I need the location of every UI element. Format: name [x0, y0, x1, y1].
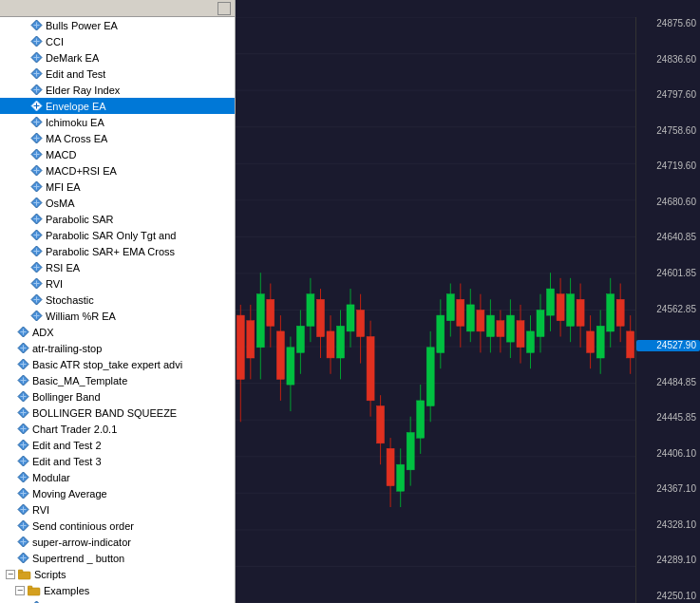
chart-area[interactable]: 24875.6024836.6024797.6024758.6024719.60… — [236, 17, 700, 603]
icon-examples — [27, 583, 42, 598]
label-rsi-ea: RSI EA — [46, 262, 80, 273]
icon-mfi-ea — [28, 179, 44, 195]
svg-rect-171 — [457, 299, 464, 326]
nav-item-modular[interactable]: Modular — [0, 469, 235, 485]
svg-rect-145 — [327, 331, 334, 358]
icon-supertrend — [15, 551, 30, 566]
nav-item-macd[interactable]: MACD — [0, 146, 235, 162]
price-label: 24406.10 — [636, 449, 700, 459]
svg-rect-139 — [296, 326, 304, 352]
nav-item-elder-ray[interactable]: Elder Ray Index — [0, 82, 235, 98]
nav-item-send-continuous[interactable]: Send continious order — [0, 518, 235, 534]
label-parabolic-sar: Parabolic SAR — [46, 214, 114, 225]
icon-parabolic-sar-ema — [28, 244, 44, 259]
svg-rect-183 — [517, 321, 524, 348]
nav-item-mfi-ea[interactable]: MFI EA — [0, 179, 235, 195]
label-osma: OsMA — [46, 198, 75, 209]
price-label: 24250.10 — [636, 592, 700, 601]
chart-svg — [236, 17, 635, 603]
label-rvi: RVI — [46, 278, 63, 290]
label-edit-test-2: Edit and Test 2 — [32, 440, 102, 451]
nav-item-scripts[interactable]: −Scripts — [0, 566, 235, 582]
price-label: 24758.60 — [636, 126, 700, 136]
svg-rect-163 — [417, 401, 425, 438]
label-examples: Examples — [44, 585, 89, 596]
svg-rect-129 — [247, 321, 255, 358]
label-demark-ea: DeMark EA — [46, 52, 99, 64]
nav-item-adx[interactable]: ADX — [0, 324, 235, 340]
nav-item-examples[interactable]: −Examples — [0, 582, 235, 598]
icon-parabolic-sar — [28, 212, 44, 227]
svg-rect-193 — [567, 294, 575, 327]
icon-rvi2 — [15, 502, 30, 518]
nav-item-super-arrow[interactable]: super-arrow-indicator — [0, 534, 235, 550]
nav-item-osma[interactable]: OsMA — [0, 195, 235, 211]
label-chart-trader: Chart Trader 2.0.1 — [32, 424, 117, 435]
label-edit-and-test: Edit and Test — [46, 68, 105, 80]
icon-modular — [15, 470, 30, 485]
label-scripts: Scripts — [34, 569, 66, 580]
label-william-r-ea: William %R EA — [46, 311, 116, 322]
nav-item-bollinger-band[interactable]: Bollinger Band — [0, 388, 235, 405]
nav-item-atr-trailing[interactable]: atr-trailing-stop — [0, 340, 235, 356]
nav-item-rsi-ea[interactable]: RSI EA — [0, 259, 235, 275]
nav-item-basic-ma[interactable]: Basic_MA_Template — [0, 372, 235, 388]
nav-item-cci[interactable]: CCI — [0, 33, 235, 49]
nav-item-bulls-power-ea[interactable]: Bulls Power EA — [0, 17, 235, 33]
label-atr-trailing: atr-trailing-stop — [32, 343, 102, 354]
svg-rect-205 — [627, 331, 634, 358]
nav-item-bollinger-squeeze[interactable]: BOLLINGER BAND SQUEEZE — [0, 405, 235, 421]
nav-item-parabolic-sar-only[interactable]: Parabolic SAR Only Tgt and — [0, 227, 235, 243]
icon-cci — [28, 34, 44, 49]
nav-item-demark-ea[interactable]: DeMark EA — [0, 49, 235, 66]
nav-item-stochastic[interactable]: Stochastic — [0, 292, 235, 308]
price-label: 24640.85 — [636, 233, 700, 242]
svg-rect-147 — [337, 326, 345, 358]
nav-item-edit-and-test[interactable]: Edit and Test — [0, 66, 235, 82]
nav-item-edit-test-2[interactable]: Edit and Test 2 — [0, 437, 235, 453]
label-cci: CCI — [46, 36, 64, 47]
label-rvi2: RVI — [32, 504, 49, 516]
nav-item-supertrend[interactable]: Supertrend _ button — [0, 550, 235, 566]
price-label: 24562.85 — [636, 305, 700, 314]
nav-item-macd-rsi-ea[interactable]: MACD+RSI EA — [0, 162, 235, 179]
svg-rect-177 — [486, 315, 494, 336]
nav-item-rvi[interactable]: RVI — [0, 275, 235, 292]
nav-item-ma-cross-ea[interactable]: MA Cross EA — [0, 130, 235, 146]
label-envelope-ea: Envelope EA — [46, 101, 106, 112]
expand-examples[interactable]: − — [15, 586, 25, 595]
icon-atr-trailing — [15, 341, 30, 356]
svg-rect-103 — [18, 570, 23, 573]
nav-item-moving-average[interactable]: Moving Average — [0, 485, 235, 501]
price-label: 24289.10 — [636, 556, 700, 565]
label-bollinger-squeeze: BOLLINGER BAND SQUEEZE — [32, 407, 177, 419]
label-moving-average: Moving Average — [32, 488, 107, 499]
nav-item-parabolic-sar-ema[interactable]: Parabolic SAR+ EMA Cross — [0, 243, 235, 259]
svg-rect-169 — [446, 294, 454, 321]
price-label: 24367.10 — [636, 484, 700, 494]
svg-rect-195 — [577, 299, 584, 326]
label-macd-rsi-ea: MACD+RSI EA — [46, 165, 117, 177]
nav-item-parabolic-sar[interactable]: Parabolic SAR — [0, 211, 235, 227]
nav-tree[interactable]: Bulls Power EACCIDeMark EAEdit and TestE… — [0, 17, 235, 603]
price-label: 24680.60 — [636, 198, 700, 207]
expand-scripts[interactable]: − — [6, 570, 15, 579]
nav-item-dll[interactable]: DII — [0, 598, 235, 603]
price-label: 24527.90 — [636, 340, 700, 351]
nav-item-rvi2[interactable]: RVI — [0, 501, 235, 518]
price-label: 24601.85 — [636, 269, 700, 278]
label-basic-ma: Basic_MA_Template — [32, 375, 127, 386]
nav-item-basic-atr[interactable]: Basic ATR stop_take expert advi — [0, 356, 235, 372]
nav-item-ichimoku-ea[interactable]: Ichimoku EA — [0, 114, 235, 130]
icon-send-continuous — [15, 518, 30, 534]
price-axis: 24875.6024836.6024797.6024758.6024719.60… — [635, 17, 700, 603]
nav-item-edit-test-3[interactable]: Edit and Test 3 — [0, 453, 235, 469]
nav-header — [0, 0, 235, 17]
nav-close-button[interactable] — [218, 2, 231, 15]
nav-item-chart-trader[interactable]: Chart Trader 2.0.1 — [0, 421, 235, 437]
label-send-continuous: Send continious order — [32, 520, 134, 532]
nav-item-william-r-ea[interactable]: William %R EA — [0, 308, 235, 324]
label-stochastic: Stochastic — [46, 294, 94, 306]
label-super-arrow: super-arrow-indicator — [32, 537, 131, 548]
nav-item-envelope-ea[interactable]: Envelope EA — [0, 98, 235, 114]
